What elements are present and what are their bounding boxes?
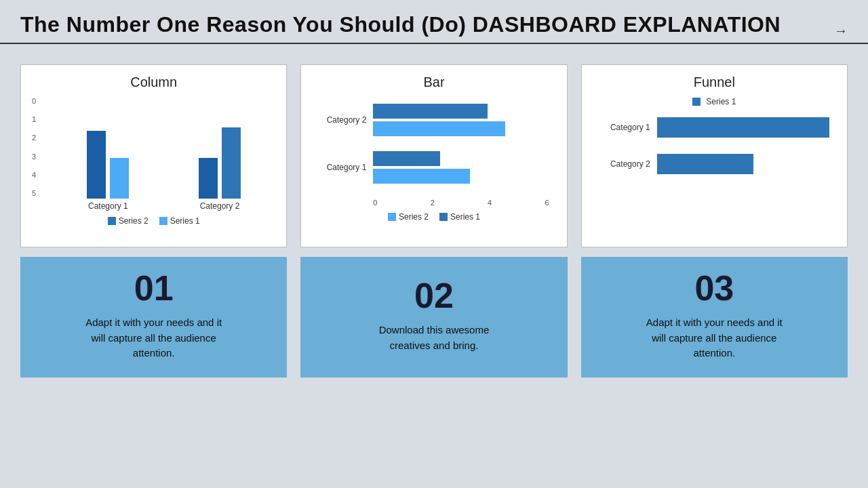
col-bar-cat2-s2 (199, 158, 218, 199)
col-group-1 (52, 131, 164, 199)
bar-label-cat2: Category 2 (319, 115, 366, 125)
info-text-1: Adapt it with your needs and it will cap… (79, 315, 229, 361)
legend-dot-s2 (108, 217, 116, 225)
info-card-2: 02 Download this awesome creatives and b… (300, 257, 567, 378)
bar-cat2-s2 (373, 121, 505, 136)
bar-legend-dot-s1 (439, 213, 448, 221)
bar-cat2-s1 (373, 104, 488, 119)
info-number-1: 01 (134, 270, 174, 306)
funnel-chart-title: Funnel (593, 75, 836, 90)
legend-series1: Series 1 (159, 216, 200, 226)
legend-series2: Series 2 (108, 216, 149, 226)
col-bar-cat2-s1 (222, 127, 241, 199)
column-chart-area: 5 4 3 2 1 0 (32, 97, 275, 199)
bar-row-cat2: Category 2 (319, 104, 549, 136)
info-card-1: 01 Adapt it with your needs and it will … (20, 257, 287, 378)
col-label-2: Category 2 (164, 201, 276, 211)
col-label-1: Category 1 (52, 201, 164, 211)
column-legend: Series 2 Series 1 (32, 216, 275, 226)
column-chart-title: Column (32, 75, 275, 90)
info-text-2: Download this awesome creatives and brin… (359, 323, 509, 353)
charts-row: Column 5 4 3 2 1 0 (20, 64, 848, 247)
column-chart-card: Column 5 4 3 2 1 0 (20, 64, 287, 247)
funnel-label-cat1: Category 1 (599, 123, 650, 132)
funnel-row-cat2: Category 2 (599, 154, 829, 174)
funnel-bar-cat1 (657, 117, 829, 138)
bar-legend: Series 2 Series 1 (312, 212, 555, 222)
info-number-2: 02 (414, 278, 454, 313)
col-labels: Category 1 Category 2 (32, 201, 275, 211)
bar-cat1-s1 (373, 151, 440, 166)
column-y-axis: 5 4 3 2 1 0 (32, 97, 36, 199)
page-title: The Number One Reason You Should (Do) DA… (20, 12, 848, 37)
bar-chart-area: Category 2 Category 1 0 2 (312, 97, 555, 207)
funnel-chart-area: Series 1 Category 1 Category 2 (593, 97, 836, 174)
funnel-legend: Series 1 (599, 97, 829, 106)
info-number-3: 03 (694, 270, 734, 306)
legend-dot-s1 (159, 217, 167, 225)
bar-legend-s2: Series 2 (388, 212, 429, 222)
bar-legend-dot-s2 (388, 213, 396, 221)
bar-chart-title: Bar (312, 75, 555, 90)
bar-cat1-s2 (373, 169, 470, 184)
bar-label-cat1: Category 1 (319, 163, 366, 172)
bar-bars-cat2 (373, 104, 549, 136)
funnel-label-cat2: Category 2 (599, 159, 650, 169)
funnel-row-cat1: Category 1 (599, 117, 829, 138)
funnel-chart-card: Funnel Series 1 Category 1 Category 2 (581, 64, 848, 247)
bar-row-cat1: Category 1 (319, 151, 549, 184)
cards-row: 01 Adapt it with your needs and it will … (20, 257, 848, 378)
info-card-3: 03 Adapt it with your needs and it will … (581, 257, 848, 378)
header: The Number One Reason You Should (Do) DA… (0, 0, 868, 44)
funnel-legend-dot (692, 98, 701, 106)
bar-legend-s1: Series 1 (439, 212, 480, 222)
main-content: Column 5 4 3 2 1 0 (0, 44, 868, 391)
bar-x-axis: 0 2 4 6 (319, 199, 549, 207)
arrow-icon: → (834, 23, 848, 39)
funnel-bar-cat2 (657, 154, 754, 174)
col-group-2 (164, 127, 276, 199)
col-bar-cat1-s1 (110, 158, 129, 199)
col-bar-cat1-s2 (87, 131, 106, 199)
bar-bars-cat1 (373, 151, 549, 184)
info-text-3: Adapt it with your needs and it will cap… (639, 315, 789, 361)
bar-chart-card: Bar Category 2 Category 1 (300, 64, 567, 247)
